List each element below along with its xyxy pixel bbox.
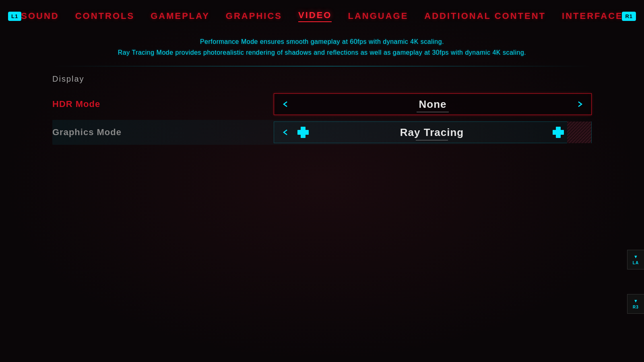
badge-l1[interactable]: L1	[8, 12, 21, 21]
nav-item-sound[interactable]: SOUND	[21, 11, 59, 21]
hdr-mode-value: None	[297, 98, 569, 111]
side-button-r3[interactable]: ▼ R3	[627, 294, 644, 314]
hdr-arrow-right[interactable]	[569, 94, 591, 115]
nav-item-language[interactable]: LANGUAGE	[348, 11, 408, 21]
nav-item-additional-content[interactable]: ADDITIONAL CONTENT	[424, 11, 546, 21]
hdr-mode-widget[interactable]: None	[274, 93, 592, 115]
la-label: LA	[633, 261, 639, 265]
settings-section: Display HDR Mode None Graphics Mode	[0, 66, 644, 156]
badge-r1[interactable]: R1	[622, 12, 636, 21]
info-line1: Performance Mode ensures smooth gameplay…	[8, 36, 636, 47]
r3-label: R3	[633, 305, 639, 309]
side-button-la[interactable]: ▼ LA	[627, 250, 644, 269]
dpad-right-icon	[552, 126, 567, 139]
hdr-arrow-left[interactable]	[274, 94, 297, 115]
nav-item-controls[interactable]: CONTROLS	[75, 11, 134, 21]
nav-items: SOUND CONTROLS GAMEPLAY GRAPHICS VIDEO L…	[21, 10, 623, 22]
top-nav: L1 SOUND CONTROLS GAMEPLAY GRAPHICS VIDE…	[0, 0, 644, 32]
info-section: Performance Mode ensures smooth gameplay…	[0, 32, 644, 66]
nav-item-interface[interactable]: INTERFACE	[562, 11, 623, 21]
setting-row-hdr[interactable]: HDR Mode None	[52, 92, 592, 117]
svg-rect-9	[556, 130, 561, 135]
pixel-preview	[567, 121, 591, 143]
section-title-display: Display	[52, 74, 592, 84]
dpad-left-icon	[297, 126, 312, 139]
graphics-mode-value: Ray Tracing	[312, 126, 552, 139]
nav-item-gameplay[interactable]: GAMEPLAY	[151, 11, 210, 21]
graphics-mode-widget[interactable]: Ray Tracing	[274, 121, 592, 143]
nav-item-video[interactable]: VIDEO	[298, 10, 332, 22]
svg-rect-4	[301, 130, 305, 135]
page-wrapper: L1 SOUND CONTROLS GAMEPLAY GRAPHICS VIDE…	[0, 0, 644, 362]
nav-item-graphics[interactable]: GRAPHICS	[226, 11, 282, 21]
graphics-mode-label: Graphics Mode	[52, 127, 274, 138]
graphics-arrow-left[interactable]	[274, 122, 297, 143]
info-line2: Ray Tracing Mode provides photorealistic…	[8, 47, 636, 58]
hdr-mode-label: HDR Mode	[52, 99, 274, 109]
setting-row-graphics[interactable]: Graphics Mode Ray Tracing	[52, 120, 592, 145]
